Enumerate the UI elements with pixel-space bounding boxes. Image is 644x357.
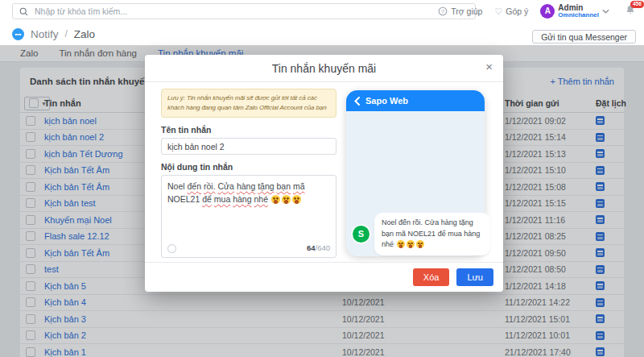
phone-preview: Sapo Web S Noel đến rồi. Cửa hàng tặng b…: [346, 90, 485, 256]
question-circle-icon: ?: [438, 6, 448, 16]
breadcrumb: Notify / Zalo Gửi tin qua Messenger: [0, 23, 644, 45]
close-icon[interactable]: ×: [485, 60, 493, 73]
modal-title: Tin nhắn khuyến mãi: [272, 62, 376, 75]
preview-bubble-text: Noel đến rồi. Cửa hàng tặng bạn mã NOEL2…: [382, 218, 480, 248]
promo-message-modal: Tin nhắn khuyến mãi × Lưu ý: Tin nhắn kh…: [145, 55, 503, 292]
heart-icon: ♡: [494, 6, 502, 17]
avatar: A: [540, 4, 555, 19]
account-menu[interactable]: A Admin Omnichannel: [540, 4, 609, 19]
star-struck-emoji: [282, 195, 291, 204]
message-content[interactable]: Noel đến rồi. Cửa hàng tặng bạn mã NOEL2…: [161, 175, 336, 258]
svg-text:?: ?: [441, 9, 444, 15]
search-input[interactable]: [33, 6, 469, 17]
notify-chat-icon: [12, 28, 24, 40]
sapo-avatar: S: [353, 226, 369, 243]
preview-bubble: Noel đến rồi. Cửa hàng tặng bạn mã NOEL2…: [374, 213, 490, 255]
chevron-down-icon: [602, 9, 609, 14]
star-struck-emoji: [292, 195, 301, 204]
app-screen: ? Trợ giúp ♡ Góp ý A Admin Omnichannel: [0, 0, 644, 357]
breadcrumb-app[interactable]: Notify: [31, 28, 59, 40]
star-struck-emoji: [416, 240, 424, 248]
preview-header-title: Sapo Web: [365, 96, 408, 106]
star-struck-emoji: [397, 240, 405, 248]
char-counter: 64/640: [307, 243, 330, 255]
notice-banner: Lưu ý: Tin nhắn khuyến mãi sẽ được gửi t…: [161, 89, 336, 118]
breadcrumb-separator: /: [65, 28, 68, 39]
notifications-button[interactable]: 456: [625, 4, 636, 19]
star-struck-emoji: [407, 240, 415, 248]
user-org: Omnichannel: [558, 12, 599, 19]
content-field-label: Nội dung tin nhắn: [161, 162, 336, 172]
feedback-label: Góp ý: [506, 6, 528, 16]
star-struck-emoji: [271, 195, 280, 204]
back-chevron-icon: [354, 97, 360, 106]
help-label: Trợ giúp: [451, 6, 482, 16]
help-menu[interactable]: ? Trợ giúp: [438, 6, 482, 16]
message-name-input[interactable]: [161, 138, 336, 155]
emoji-picker-icon[interactable]: [167, 244, 176, 253]
feedback-menu[interactable]: ♡ Góp ý: [494, 6, 528, 17]
notification-badge: 456: [630, 1, 644, 9]
global-search[interactable]: [12, 3, 476, 19]
name-field-label: Tên tin nhắn: [161, 125, 336, 135]
delete-button[interactable]: Xóa: [413, 268, 450, 286]
send-via-messenger-button[interactable]: Gửi tin qua Messenger: [532, 30, 636, 44]
save-button[interactable]: Lưu: [456, 268, 493, 286]
search-icon: [19, 7, 28, 16]
breadcrumb-current: Zalo: [74, 28, 95, 40]
topbar: ? Trợ giúp ♡ Góp ý A Admin Omnichannel: [0, 0, 644, 23]
